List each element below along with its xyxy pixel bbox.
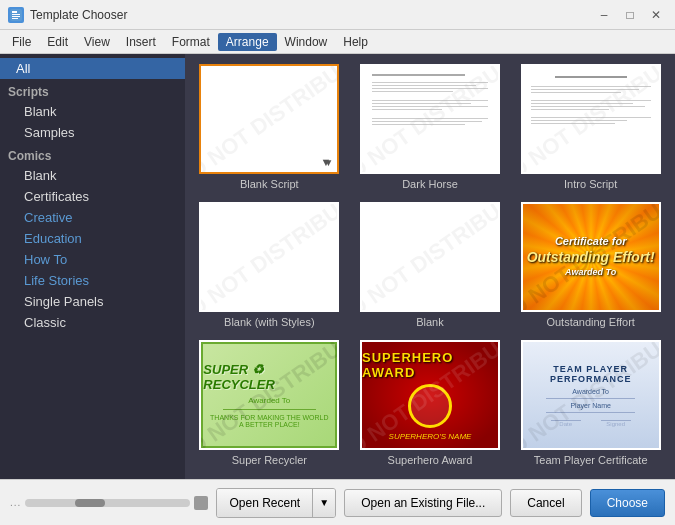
template-thumb-blank-styles[interactable]: DO NOT DISTRIBUTE: [199, 202, 339, 312]
template-blank-styles[interactable]: DO NOT DISTRIBUTE Blank (with Styles): [195, 202, 344, 328]
template-team[interactable]: TEAM PLAYER PERFORMANCE Awarded To Playe…: [516, 340, 665, 466]
template-recycler[interactable]: SUPER ♻ RECYCLER Awarded To THANKS FOR M…: [195, 340, 344, 466]
sidebar-item-comics-blank[interactable]: Blank: [0, 165, 185, 186]
window-title: Template Chooser: [30, 8, 593, 22]
choose-button[interactable]: Choose: [590, 489, 665, 517]
scroll-dots: ...: [10, 497, 21, 508]
template-label-blank-script: Blank Script: [240, 178, 299, 190]
open-recent-split-button[interactable]: Open Recent ▼: [216, 488, 336, 518]
sidebar-item-singlepanels[interactable]: Single Panels: [0, 291, 185, 312]
template-thumb-team[interactable]: TEAM PLAYER PERFORMANCE Awarded To Playe…: [521, 340, 661, 450]
sidebar-item-scripts-blank[interactable]: Blank: [0, 101, 185, 122]
sidebar-item-creative[interactable]: Creative: [0, 207, 185, 228]
template-label-dark-horse: Dark Horse: [402, 178, 458, 190]
template-dark-horse[interactable]: DO NOT DISTRIBUTE Dark Horse: [356, 64, 505, 190]
template-label-intro-script: Intro Script: [564, 178, 617, 190]
template-thumb-superhero[interactable]: SUPERHERO AWARD SUPERHERO'S NAME DO NOT …: [360, 340, 500, 450]
template-superhero[interactable]: SUPERHERO AWARD SUPERHERO'S NAME DO NOT …: [356, 340, 505, 466]
template-blank2[interactable]: DO NOT DISTRIBUTE Blank: [356, 202, 505, 328]
scroll-track[interactable]: [25, 499, 190, 507]
template-thumb-dark-horse[interactable]: DO NOT DISTRIBUTE: [360, 64, 500, 174]
menu-edit[interactable]: Edit: [39, 33, 76, 51]
sidebar-item-classic[interactable]: Classic: [0, 312, 185, 333]
template-outstanding[interactable]: Certificate for Outstanding Effort! Awar…: [516, 202, 665, 328]
sidebar-item-scripts-samples[interactable]: Samples: [0, 122, 185, 143]
svg-rect-2: [12, 14, 20, 15]
menu-arrange[interactable]: Arrange: [218, 33, 277, 51]
template-label-superhero: Superhero Award: [388, 454, 473, 466]
scroll-thumb[interactable]: [75, 499, 105, 507]
scroll-square[interactable]: [194, 496, 208, 510]
app-icon: [8, 7, 24, 23]
menu-window[interactable]: Window: [277, 33, 336, 51]
menu-format[interactable]: Format: [164, 33, 218, 51]
template-thumb-blank2[interactable]: DO NOT DISTRIBUTE: [360, 202, 500, 312]
window-controls: – □ ✕: [593, 4, 667, 26]
svg-rect-4: [12, 18, 18, 19]
svg-rect-3: [12, 16, 20, 17]
sidebar-item-lifestories[interactable]: Life Stories: [0, 270, 185, 291]
main-layout: All Scripts Blank Samples Comics Blank C…: [0, 54, 675, 479]
close-button[interactable]: ✕: [645, 4, 667, 26]
sidebar-item-certificates[interactable]: Certificates: [0, 186, 185, 207]
template-intro-script[interactable]: DO NOT DISTRIBUTE Intro Script: [516, 64, 665, 190]
menu-view[interactable]: View: [76, 33, 118, 51]
menu-file[interactable]: File: [4, 33, 39, 51]
template-blank-script[interactable]: ▼ DO NOT DISTRIBUTE Blank Script: [195, 64, 344, 190]
maximize-button[interactable]: □: [619, 4, 641, 26]
open-existing-button[interactable]: Open an Existing File...: [344, 489, 502, 517]
scroll-area: ...: [10, 496, 208, 510]
template-label-blank2: Blank: [416, 316, 444, 328]
sidebar-item-education[interactable]: Education: [0, 228, 185, 249]
template-thumb-intro-script[interactable]: DO NOT DISTRIBUTE: [521, 64, 661, 174]
template-label-recycler: Super Recycler: [232, 454, 307, 466]
template-grid: ▼ DO NOT DISTRIBUTE Blank Script: [195, 64, 665, 466]
sidebar-item-howto[interactable]: How To: [0, 249, 185, 270]
menu-bar: File Edit View Insert Format Arrange Win…: [0, 30, 675, 54]
cancel-button[interactable]: Cancel: [510, 489, 581, 517]
template-label-team: Team Player Certificate: [534, 454, 648, 466]
minimize-button[interactable]: –: [593, 4, 615, 26]
sidebar-category-scripts: Scripts: [0, 79, 185, 101]
title-bar: Template Chooser – □ ✕: [0, 0, 675, 30]
template-thumb-recycler[interactable]: SUPER ♻ RECYCLER Awarded To THANKS FOR M…: [199, 340, 339, 450]
bottom-bar: ... Open Recent ▼ Open an Existing File.…: [0, 479, 675, 525]
sidebar-item-all[interactable]: All: [0, 58, 185, 79]
menu-insert[interactable]: Insert: [118, 33, 164, 51]
template-thumb-outstanding[interactable]: Certificate for Outstanding Effort! Awar…: [521, 202, 661, 312]
template-label-outstanding: Outstanding Effort: [546, 316, 634, 328]
template-thumb-blank-script[interactable]: ▼ DO NOT DISTRIBUTE: [199, 64, 339, 174]
open-recent-dropdown-button[interactable]: ▼: [313, 489, 335, 517]
sidebar-category-comics: Comics: [0, 143, 185, 165]
svg-rect-1: [12, 11, 17, 13]
template-label-blank-styles: Blank (with Styles): [224, 316, 314, 328]
menu-help[interactable]: Help: [335, 33, 376, 51]
open-recent-button[interactable]: Open Recent: [217, 489, 313, 517]
sidebar: All Scripts Blank Samples Comics Blank C…: [0, 54, 185, 479]
template-content-area: ▼ DO NOT DISTRIBUTE Blank Script: [185, 54, 675, 479]
